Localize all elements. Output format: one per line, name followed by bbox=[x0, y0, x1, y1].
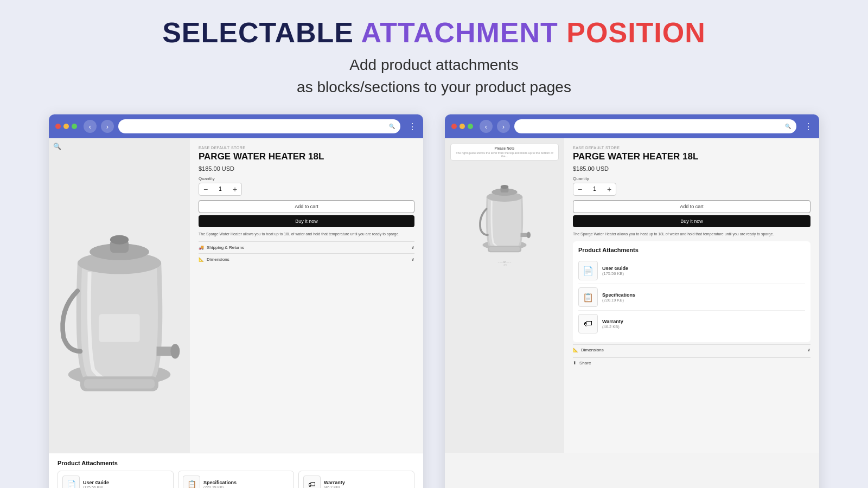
note-box-right: Please Note The right guide shows the le… bbox=[450, 144, 559, 160]
dimensions-chevron-right: ∨ bbox=[807, 348, 810, 352]
forward-button-left[interactable]: › bbox=[101, 120, 114, 133]
browser-dots-left bbox=[55, 124, 77, 129]
forward-button-right[interactable]: › bbox=[497, 120, 510, 133]
svg-rect-8 bbox=[99, 314, 139, 342]
sidebar-size-1: (220.19 KB) bbox=[602, 298, 635, 303]
qty-minus-right[interactable]: − bbox=[573, 183, 586, 195]
svg-point-13 bbox=[501, 185, 509, 189]
product-price-left: $185.00 USD bbox=[199, 165, 414, 172]
attachment-list-item-1[interactable]: 📋 Specifications (220.19 KB) bbox=[578, 284, 805, 311]
svg-rect-16 bbox=[489, 247, 520, 251]
qty-plus-left[interactable]: + bbox=[228, 183, 241, 195]
back-button-left[interactable]: ‹ bbox=[84, 120, 97, 133]
browser-right: ‹ › 🔍 ⋮ Please Note The right guide show… bbox=[445, 114, 819, 488]
browser-left: ‹ › 🔍 ⋮ 🔍 bbox=[49, 114, 423, 488]
product-title-left: PARGE WATER HEATER 18L bbox=[199, 151, 414, 162]
add-to-cart-right[interactable]: Add to cart bbox=[573, 200, 810, 213]
product-desc-left: The Sparge Water Heater allows you to he… bbox=[199, 232, 414, 237]
sidebar-name-0: User Guide bbox=[602, 266, 628, 271]
dimensions-label-right: Dimensions bbox=[581, 348, 604, 352]
qty-value-left: 1 bbox=[212, 186, 228, 192]
qty-control-right: − 1 + bbox=[573, 183, 616, 196]
product-price-right: $185.00 USD bbox=[573, 165, 810, 172]
product-image-left: 🔍 bbox=[49, 138, 190, 453]
attachment-list-item-0[interactable]: 📄 User Guide (175.56 KB) bbox=[578, 258, 805, 284]
accordion-dimensions-right[interactable]: 📐 Dimensions ∨ bbox=[573, 344, 810, 355]
browser-right-content: Please Note The right guide shows the le… bbox=[445, 138, 819, 453]
attachments-grid-left: 📄 User Guide (175.56 KB) 📋 Specification… bbox=[58, 471, 414, 488]
subtitle: Add product attachments as blocks/sectio… bbox=[297, 54, 571, 98]
dimension-lines-note: ←— Ø —→ ↕ H bbox=[497, 260, 512, 267]
qty-plus-right[interactable]: + bbox=[603, 183, 616, 195]
attachments-sidebar-title: Product Attachments bbox=[578, 247, 805, 253]
dimensions-icon: 📐 bbox=[199, 257, 204, 262]
dot-yellow-right[interactable] bbox=[459, 124, 465, 129]
sidebar-name-1: Specifications bbox=[602, 292, 635, 298]
kettle-image-left bbox=[54, 144, 184, 447]
add-to-cart-left[interactable]: Add to cart bbox=[199, 200, 414, 213]
dot-red-left[interactable] bbox=[55, 124, 61, 129]
attachment-size-2: (46.2 KB) bbox=[324, 485, 345, 488]
address-bar-left[interactable]: 🔍 bbox=[118, 119, 400, 133]
sidebar-name-2: Warranty bbox=[602, 319, 623, 324]
back-button-right[interactable]: ‹ bbox=[480, 120, 493, 133]
attachment-card-1[interactable]: 📋 Specifications (220.19 KB) bbox=[178, 471, 294, 488]
product-title-right: PARGE WATER HEATER 18L bbox=[573, 151, 810, 162]
browsers-row: ‹ › 🔍 ⋮ 🔍 bbox=[33, 114, 835, 488]
attachment-icon-warranty: 🏷 bbox=[303, 476, 321, 488]
svg-point-14 bbox=[527, 232, 531, 239]
qty-value-right: 1 bbox=[586, 186, 603, 192]
accordion-dimensions-left[interactable]: 📐 Dimensions ∨ bbox=[199, 253, 414, 265]
attachment-icon-user-guide: 📄 bbox=[62, 476, 80, 488]
shipping-label: Shipping & Returns bbox=[207, 245, 244, 250]
attachment-size-0: (175.56 KB) bbox=[83, 485, 109, 488]
attachment-name-1: Specifications bbox=[203, 480, 237, 485]
qty-label-left: Quantity bbox=[199, 176, 414, 181]
sidebar-icon-specs: 📋 bbox=[578, 287, 598, 307]
dot-yellow-left[interactable] bbox=[63, 124, 69, 129]
attachments-title-left: Product Attachments bbox=[58, 460, 414, 466]
browser-dots-right bbox=[451, 124, 473, 129]
browser-left-content: 🔍 bbox=[49, 138, 423, 453]
shipping-chevron: ∨ bbox=[411, 245, 414, 250]
kettle-image-right bbox=[469, 165, 540, 257]
product-image-right: Please Note The right guide shows the le… bbox=[445, 138, 564, 453]
page-wrapper: SELECTABLE ATTACHMENT POSITION Add produ… bbox=[0, 0, 868, 488]
attachments-sidebar-right: Product Attachments 📄 User Guide (175.56… bbox=[573, 241, 810, 342]
attachment-list-item-2[interactable]: 🏷 Warranty (46.2 KB) bbox=[578, 311, 805, 337]
svg-point-5 bbox=[170, 344, 180, 358]
attachment-card-2[interactable]: 🏷 Warranty (46.2 KB) bbox=[298, 471, 414, 488]
sidebar-icon-warranty: 🏷 bbox=[578, 314, 598, 333]
dimensions-chevron: ∨ bbox=[411, 257, 414, 262]
headline-part1: SELECTABLE bbox=[162, 17, 354, 48]
attachments-block-left: Product Attachments 📄 User Guide (175.56… bbox=[49, 453, 423, 488]
product-desc-right: The Sparge Water Heater allows you to he… bbox=[573, 232, 810, 237]
buy-now-left[interactable]: Buy it now bbox=[199, 215, 414, 227]
main-headline: SELECTABLE ATTACHMENT POSITION bbox=[162, 16, 706, 49]
dimensions-label: Dimensions bbox=[207, 257, 229, 262]
share-icon-right: ⬆ bbox=[573, 361, 577, 365]
attachment-icon-specs: 📋 bbox=[183, 476, 200, 488]
dimensions-icon-right: 📐 bbox=[573, 348, 578, 352]
headline-part2: ATTACHMENT bbox=[361, 17, 558, 48]
search-icon-right: 🔍 bbox=[785, 124, 791, 129]
product-detail-right: EASE DEFAULT STORE PARGE WATER HEATER 18… bbox=[564, 138, 819, 453]
headline-part3: POSITION bbox=[566, 17, 705, 48]
address-bar-right[interactable]: 🔍 bbox=[514, 119, 796, 133]
menu-icon-left[interactable]: ⋮ bbox=[408, 121, 417, 132]
accordion-shipping-left[interactable]: 🚚 Shipping & Returns ∨ bbox=[199, 241, 414, 253]
browser-chrome-right: ‹ › 🔍 ⋮ bbox=[445, 114, 819, 138]
dot-green-left[interactable] bbox=[72, 124, 77, 129]
accordion-share-right[interactable]: ⬆ Share bbox=[573, 357, 810, 368]
menu-icon-right[interactable]: ⋮ bbox=[804, 121, 813, 132]
browser-chrome-left: ‹ › 🔍 ⋮ bbox=[49, 114, 423, 138]
sidebar-size-2: (46.2 KB) bbox=[602, 324, 623, 329]
buy-now-right[interactable]: Buy it now bbox=[573, 215, 810, 227]
search-icon-left: 🔍 bbox=[389, 124, 395, 129]
qty-minus-left[interactable]: − bbox=[199, 183, 212, 195]
svg-rect-7 bbox=[84, 379, 155, 388]
attachment-card-0[interactable]: 📄 User Guide (175.56 KB) bbox=[58, 471, 174, 488]
sidebar-icon-user-guide: 📄 bbox=[578, 261, 598, 280]
dot-red-right[interactable] bbox=[451, 124, 457, 129]
dot-green-right[interactable] bbox=[468, 124, 473, 129]
